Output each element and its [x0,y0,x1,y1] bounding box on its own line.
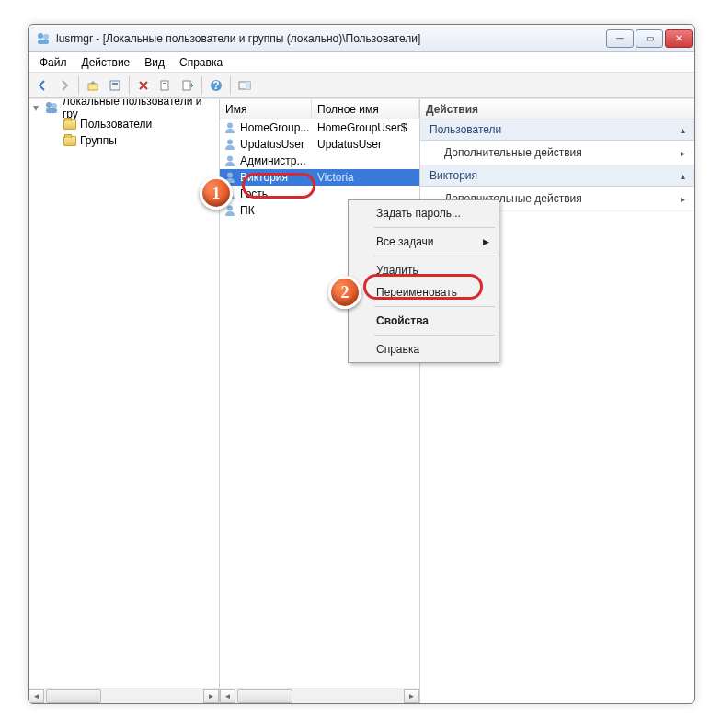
collapse-icon: ▴ [681,125,685,135]
ctx-label: Справка [376,343,419,356]
list-name: ПК [240,204,255,217]
list-name: Виктория [240,171,288,184]
ctx-properties[interactable]: Свойства [350,310,497,332]
scroll-right-button[interactable]: ► [404,689,419,703]
svg-rect-4 [110,81,120,90]
scrollbar-horizontal[interactable]: ◄ ► [29,688,219,703]
svg-point-22 [227,206,233,211]
ctx-label: Удалить [376,264,418,277]
actions-header-label: Действия [426,103,478,116]
ctx-separator [374,335,495,336]
svg-rect-8 [163,85,166,85]
toolbar-separator [129,76,130,95]
toolbar-separator [201,76,202,95]
svg-point-17 [227,123,233,129]
refresh-button[interactable] [155,75,176,96]
tree-item-groups[interactable]: Группы [29,132,219,149]
actions-pane: Действия Пользователи ▴ Дополнительные д… [420,99,694,703]
list-full-name: UpdatusUser [317,138,419,151]
user-icon [223,154,236,167]
close-button[interactable]: ✕ [665,29,693,48]
col-full-name[interactable]: Полное имя [312,99,419,119]
annotation-badge-1: 1 [200,176,233,210]
app-window: lusrmgr - [Локальные пользователи и груп… [28,24,695,704]
actions-more-users[interactable]: Дополнительные действия ▸ [420,141,694,165]
user-icon [223,121,236,134]
list-row[interactable]: ВикторияVictoria [220,169,419,186]
scroll-right-button[interactable]: ► [203,689,219,703]
delete-button[interactable] [133,75,154,96]
scrollbar-horizontal[interactable]: ◄ ► [220,688,419,703]
list-row[interactable]: Администр... [220,153,419,169]
ctx-set-password[interactable]: Задать пароль... [350,202,497,224]
menu-file[interactable]: Файл [32,54,74,71]
svg-text:?: ? [212,79,219,92]
back-button[interactable] [32,75,52,96]
titlebar: lusrmgr - [Локальные пользователи и груп… [29,25,694,52]
actions-sub-label: Дополнительные действия [444,146,582,159]
svg-point-1 [43,34,49,40]
menubar: Файл Действие Вид Справка [29,52,694,73]
tree-root[interactable]: ▾ Локальные пользователи и гру [29,99,219,116]
tree-item-label: Пользователи [80,118,152,131]
col-name[interactable]: Имя [220,99,312,119]
scroll-left-button[interactable]: ◄ [29,689,44,703]
ctx-label: Все задачи [376,235,434,248]
ctx-label: Свойства [376,314,429,327]
minimize-button[interactable]: ─ [606,29,634,48]
svg-rect-16 [46,108,57,113]
list-full-name: Victoria [317,171,419,184]
tree-body[interactable]: ▾ Локальные пользователи и гру Пользоват… [29,99,219,688]
svg-rect-3 [88,84,97,90]
ctx-all-tasks[interactable]: Все задачи▶ [350,231,497,253]
folder-icon [63,136,76,146]
ctx-delete[interactable]: Удалить [350,259,497,281]
submenu-arrow-icon: ▸ [681,194,685,204]
list-row[interactable]: UpdatusUserUpdatusUser [220,136,419,153]
collapse-icon: ▴ [681,171,685,181]
ctx-separator [374,256,495,256]
svg-point-19 [227,156,233,162]
ctx-label: Задать пароль... [376,207,461,220]
svg-rect-2 [38,40,49,44]
actions-header: Действия [420,99,694,119]
svg-point-18 [227,140,233,145]
folder-icon [63,119,76,130]
properties-button[interactable] [105,75,125,96]
scroll-thumb[interactable] [237,689,292,703]
window-title: lusrmgr - [Локальные пользователи и груп… [56,32,604,45]
annotation-badge-2: 2 [328,276,361,309]
ctx-help[interactable]: Справка [350,338,497,360]
maximize-button[interactable]: ▭ [636,29,663,48]
actions-section-label: Виктория [430,169,477,182]
list-name: HomeGroup... [240,121,309,134]
list-name: UpdatusUser [240,138,304,151]
tree-item-label: Группы [80,134,117,147]
show-hide-button[interactable] [235,75,255,96]
tree-pane: ▾ Локальные пользователи и гру Пользоват… [29,99,220,703]
help-button[interactable]: ? [206,75,226,96]
up-button[interactable] [83,75,103,96]
list-pane: Имя Полное имя HomeGroup...HomeGroupUser… [220,99,420,703]
svg-rect-5 [112,83,118,85]
content-area: ▾ Локальные пользователи и гру Пользоват… [29,98,694,703]
forward-button[interactable] [54,75,74,96]
export-button[interactable] [178,75,198,96]
ctx-rename[interactable]: Переименовать [350,281,497,303]
scroll-left-button[interactable]: ◄ [220,689,235,703]
menu-view[interactable]: Вид [137,54,172,71]
actions-section-users[interactable]: Пользователи ▴ [420,119,694,141]
scroll-thumb[interactable] [46,689,101,703]
expand-icon[interactable]: ▾ [32,101,40,114]
svg-point-15 [52,103,57,108]
actions-section-label: Пользователи [430,123,501,136]
submenu-arrow-icon: ▸ [681,148,685,158]
context-menu: Задать пароль... Все задачи▶ Удалить Пер… [348,199,499,363]
submenu-arrow-icon: ▶ [483,237,489,246]
menu-action[interactable]: Действие [74,54,138,71]
svg-point-14 [46,102,52,108]
menu-help[interactable]: Справка [172,54,230,71]
actions-section-user[interactable]: Виктория ▴ [420,165,694,187]
svg-rect-7 [163,83,166,84]
list-row[interactable]: HomeGroup...HomeGroupUser$ [220,119,419,136]
